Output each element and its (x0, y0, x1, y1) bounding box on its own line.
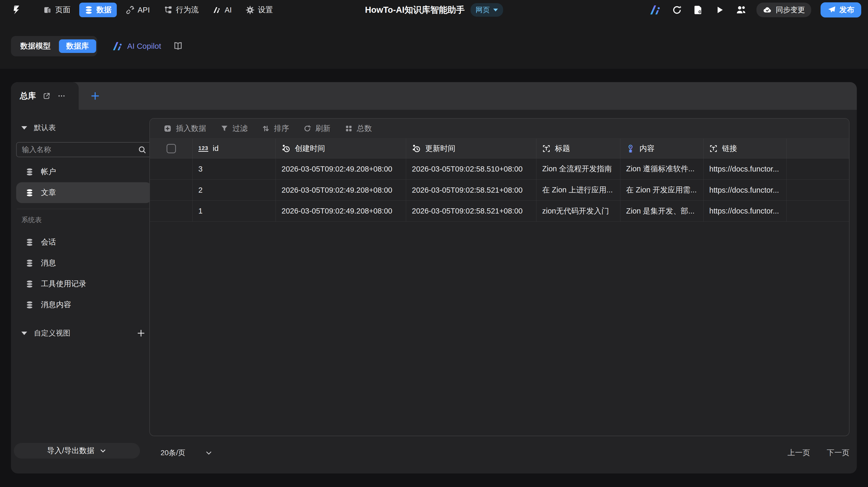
custom-views-group-header[interactable]: 自定义视图 (16, 328, 152, 338)
cell-created[interactable]: 2026-03-05T09:02:49.208+08:00 (276, 180, 406, 201)
row-select-cell[interactable] (150, 158, 193, 179)
nav-label: API (137, 6, 150, 14)
add-database-tab-button[interactable] (89, 90, 101, 102)
cell-title[interactable]: zion无代码开发入门 (536, 201, 620, 221)
docs-book-button[interactable] (173, 41, 183, 51)
nav-label: 行为流 (176, 5, 198, 15)
column-header-content[interactable]: 内容 (620, 139, 704, 158)
platform-badge[interactable]: 网页 (470, 3, 503, 17)
plus-icon (90, 91, 100, 101)
database-icon (85, 6, 93, 14)
row-select-cell[interactable] (150, 180, 193, 201)
next-page-button[interactable]: 下一页 (827, 448, 849, 458)
send-icon (827, 5, 836, 14)
cell-updated[interactable]: 2026-03-05T09:02:58.510+08:00 (406, 158, 536, 179)
cell-content[interactable]: 在 Zion 开发应用需... (620, 180, 704, 201)
caret-down-icon (21, 126, 27, 129)
total-count-label: 总数 (357, 123, 372, 134)
table-row[interactable]: 3 2026-03-05T09:02:49.208+08:00 2026-03-… (150, 158, 849, 179)
prev-page-button[interactable]: 上一页 (787, 448, 810, 458)
ai-assistant-button[interactable] (650, 4, 661, 16)
cell-title[interactable]: Zion 全流程开发指南 (536, 158, 620, 179)
insert-data-button[interactable]: 插入数据 (156, 119, 213, 139)
sidebar-item-sessions[interactable]: 会话 (16, 232, 152, 253)
default-tables-group-header[interactable]: 默认表 (16, 123, 152, 133)
caret-down-icon (21, 332, 27, 335)
cell-id[interactable]: 1 (193, 201, 276, 221)
search-icon (137, 145, 147, 154)
history-refresh-button[interactable] (671, 4, 683, 16)
sidebar-item-message-content[interactable]: 消息内容 (16, 294, 152, 315)
segment-database[interactable]: 数据库 (59, 39, 96, 53)
project-title: HowTo-AI知识库智能助手 (365, 4, 465, 16)
api-plug-icon (126, 6, 134, 14)
nav-item-api[interactable]: API (120, 3, 155, 17)
collaborators-button[interactable] (735, 4, 747, 16)
select-all-checkbox[interactable] (166, 144, 176, 153)
cell-content[interactable]: Zion 是集开发、部... (620, 201, 704, 221)
sidebar-item-articles[interactable]: 文章 (16, 182, 152, 203)
column-header-title[interactable]: 标题 (536, 139, 620, 158)
sidebar-item-tool-usage[interactable]: 工具使用记录 (16, 273, 152, 294)
nav-item-settings[interactable]: 设置 (241, 3, 278, 17)
changelog-button[interactable] (692, 4, 704, 16)
page-size-value[interactable]: 20条/页 (161, 448, 185, 458)
cell-created[interactable]: 2026-03-05T09:02:49.208+08:00 (276, 201, 406, 221)
cell-id[interactable]: 2 (193, 180, 276, 201)
zion-logo[interactable] (9, 3, 24, 17)
tab-main-database[interactable]: 总库 (11, 82, 79, 110)
nav-item-actionflow[interactable]: 行为流 (159, 3, 204, 17)
select-all-header[interactable] (150, 139, 193, 158)
external-link-icon[interactable] (42, 92, 51, 100)
row-select-cell[interactable] (150, 201, 193, 221)
book-icon (173, 41, 183, 51)
table-row[interactable]: 1 2026-03-05T09:02:49.208+08:00 2026-03-… (150, 201, 849, 222)
column-header-link[interactable]: 链接 (704, 139, 787, 158)
cell-link[interactable]: https://docs.functor... (704, 180, 787, 201)
total-count-button[interactable]: 总数 (338, 119, 379, 139)
sync-changes-button[interactable]: 同步变更 (756, 3, 811, 17)
table-search-input[interactable] (22, 146, 137, 154)
cell-updated[interactable]: 2026-03-05T09:02:58.521+08:00 (406, 180, 536, 201)
sort-button[interactable]: 排序 (255, 119, 296, 139)
sidebar-item-accounts[interactable]: 帐户 (16, 161, 152, 182)
filter-button[interactable]: 过滤 (213, 119, 255, 139)
cell-id[interactable]: 3 (193, 158, 276, 179)
timestamp-field-icon (412, 144, 421, 153)
column-header-updated[interactable]: 更新时间 (406, 139, 536, 158)
column-header-created[interactable]: 创建时间 (276, 139, 406, 158)
nav-item-pages[interactable]: 页面 (38, 3, 75, 17)
cell-title[interactable]: 在 Zion 上进行应用... (536, 180, 620, 201)
flow-icon (164, 6, 173, 14)
table-icon (26, 238, 34, 246)
column-label: 内容 (640, 143, 654, 154)
publish-button[interactable]: 发布 (820, 2, 861, 18)
top-nav-actions: 同步变更 发布 (650, 2, 861, 18)
publish-label: 发布 (839, 5, 855, 15)
grid-dots-icon (345, 124, 353, 133)
doc-gear-icon (693, 5, 704, 15)
segment-data-model[interactable]: 数据模型 (12, 41, 59, 51)
cell-content[interactable]: Zion 遵循标准软件... (620, 158, 704, 179)
data-view-segment: 数据模型 数据库 (11, 36, 97, 56)
tab-more-icon[interactable] (57, 92, 66, 100)
cell-updated[interactable]: 2026-03-05T09:02:58.521+08:00 (406, 201, 536, 221)
play-icon (715, 5, 725, 15)
column-header-id[interactable]: 123 id (193, 139, 276, 158)
nav-item-data[interactable]: 数据 (79, 3, 117, 17)
chevron-down-icon[interactable] (205, 449, 213, 457)
sidebar-item-messages[interactable]: 消息 (16, 253, 152, 273)
add-custom-view-button[interactable] (136, 329, 146, 338)
preview-play-button[interactable] (714, 4, 726, 16)
table-row[interactable]: 2 2026-03-05T09:02:49.208+08:00 2026-03-… (150, 179, 849, 201)
ai-copilot-button[interactable]: AI Copilot (112, 41, 161, 52)
table-icon (26, 168, 34, 176)
import-export-button[interactable]: 导入/导出数据 (14, 443, 140, 459)
rich-content-field-icon (626, 144, 635, 153)
ai-glyph-icon (213, 6, 221, 14)
cell-link[interactable]: https://docs.functor... (704, 201, 787, 221)
nav-item-ai[interactable]: AI (208, 3, 237, 17)
cell-created[interactable]: 2026-03-05T09:02:49.208+08:00 (276, 158, 406, 179)
cell-link[interactable]: https://docs.functor... (704, 158, 787, 179)
refresh-button[interactable]: 刷新 (296, 119, 338, 139)
